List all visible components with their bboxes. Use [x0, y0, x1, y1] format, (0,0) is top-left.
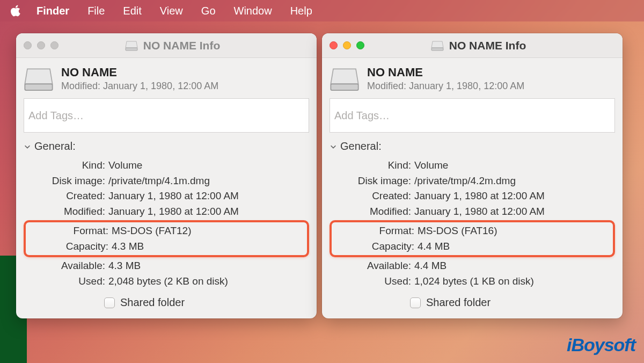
row-used: Used:1,024 bytes (1 KB on disk)	[330, 274, 615, 289]
shared-folder-row: Shared folder	[104, 296, 309, 309]
row-format: Format:MS-DOS (FAT16)	[333, 223, 612, 239]
chevron-down-icon	[330, 143, 337, 150]
row-disk-image: Disk image:/private/tmp/4.1m.dmg	[24, 173, 309, 189]
window-content: NO NAME Modified: January 1, 1980, 12:00…	[322, 58, 623, 318]
watermark: iBoysoft	[567, 335, 635, 355]
modified-label: Modified: January 1, 1980, 12:00 AM	[61, 81, 218, 92]
row-format: Format:MS-DOS (FAT12)	[27, 223, 306, 239]
row-used: Used:2,048 bytes (2 KB on disk)	[24, 274, 309, 289]
drive-icon	[24, 66, 54, 92]
row-kind: Kind:Volume	[330, 158, 615, 173]
row-capacity: Capacity:4.4 MB	[333, 239, 612, 255]
modified-label: Modified: January 1, 1980, 12:00 AM	[367, 81, 524, 92]
menu-window[interactable]: Window	[234, 5, 272, 17]
chevron-down-icon	[24, 143, 31, 150]
close-button[interactable]	[24, 41, 32, 49]
tags-input[interactable]	[330, 98, 615, 133]
shared-folder-label: Shared folder	[120, 296, 185, 309]
menubar: Finder File Edit View Go Window Help	[0, 0, 644, 21]
row-available: Available:4.3 MB	[24, 258, 309, 274]
menu-file[interactable]: File	[87, 5, 105, 17]
menu-go[interactable]: Go	[201, 5, 216, 17]
info-window-left: NO NAME Info NO NAME Modified: January 1…	[16, 33, 317, 318]
apple-logo-icon	[10, 5, 21, 17]
row-kind: Kind:Volume	[24, 158, 309, 173]
tags-input[interactable]	[24, 98, 309, 133]
menu-edit[interactable]: Edit	[123, 5, 141, 17]
minimize-button[interactable]	[343, 41, 351, 49]
drive-icon	[330, 66, 360, 92]
titlebar[interactable]: NO NAME Info	[16, 33, 317, 58]
svg-rect-1	[25, 84, 52, 90]
menu-view[interactable]: View	[160, 5, 183, 17]
window-title: NO NAME Info	[143, 39, 220, 52]
highlight-annotation: Format:MS-DOS (FAT16) Capacity:4.4 MB	[330, 220, 615, 257]
volume-name: NO NAME	[367, 66, 524, 79]
menu-help[interactable]: Help	[290, 5, 312, 17]
section-general[interactable]: General:	[24, 140, 309, 153]
svg-rect-3	[331, 84, 358, 90]
titlebar[interactable]: NO NAME Info	[322, 33, 623, 58]
svg-rect-0	[126, 48, 137, 50]
general-list: Kind:Volume Disk image:/private/tmp/4.2m…	[330, 158, 615, 289]
window-title: NO NAME Info	[449, 39, 526, 52]
svg-rect-2	[431, 48, 443, 50]
minimize-button[interactable]	[37, 41, 45, 49]
row-modified: Modified:January 1, 1980 at 12:00 AM	[330, 204, 615, 220]
row-modified: Modified:January 1, 1980 at 12:00 AM	[24, 204, 309, 220]
shared-folder-checkbox[interactable]	[104, 297, 115, 308]
menu-app-name[interactable]: Finder	[36, 5, 69, 17]
row-available: Available:4.4 MB	[330, 258, 615, 274]
volume-name: NO NAME	[61, 66, 218, 79]
info-window-right: NO NAME Info NO NAME Modified: January 1…	[322, 33, 623, 318]
row-created: Created:January 1, 1980 at 12:00 AM	[24, 188, 309, 204]
section-general[interactable]: General:	[330, 140, 615, 153]
close-button[interactable]	[330, 41, 338, 49]
desktop: NO NAME Info NO NAME Modified: January 1…	[0, 21, 644, 363]
row-capacity: Capacity:4.3 MB	[27, 239, 306, 255]
drive-icon	[431, 40, 444, 51]
shared-folder-row: Shared folder	[410, 296, 615, 309]
section-label: General:	[340, 140, 382, 153]
section-label: General:	[34, 140, 76, 153]
row-created: Created:January 1, 1980 at 12:00 AM	[330, 188, 615, 204]
drive-icon	[125, 40, 138, 51]
shared-folder-label: Shared folder	[426, 296, 491, 309]
row-disk-image: Disk image:/private/tmp/4.2m.dmg	[330, 173, 615, 189]
window-content: NO NAME Modified: January 1, 1980, 12:00…	[16, 58, 317, 318]
shared-folder-checkbox[interactable]	[410, 297, 421, 308]
general-list: Kind:Volume Disk image:/private/tmp/4.1m…	[24, 158, 309, 289]
highlight-annotation: Format:MS-DOS (FAT12) Capacity:4.3 MB	[24, 220, 309, 257]
